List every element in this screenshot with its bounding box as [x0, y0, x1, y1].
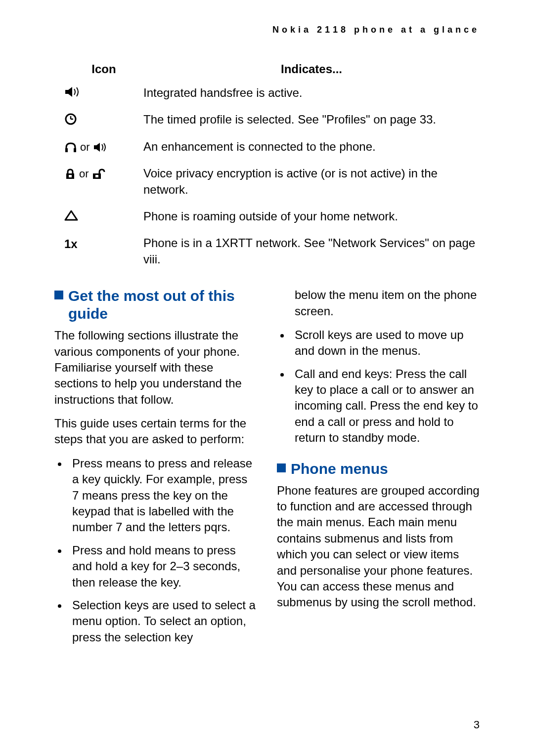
clock-icon [64, 112, 143, 126]
svg-rect-1 [65, 148, 68, 152]
col-header-indicates: Indicates... [143, 62, 480, 76]
list-item: Call and end keys: Press the call key to… [291, 366, 480, 446]
paragraph: Phone features are grouped according to … [277, 483, 480, 611]
paragraph-continuation: below the menu item on the phone screen. [295, 287, 480, 319]
or-word: or [80, 140, 90, 155]
bullet-list: Scroll keys are used to move up and down… [277, 327, 480, 446]
page-number: 3 [474, 718, 480, 731]
table-row: 1x Phone is in a 1XRTT network. See "Net… [64, 235, 480, 267]
headset-or-speaker-icon: or [64, 139, 143, 155]
list-item: Scroll keys are used to move up and down… [291, 327, 480, 359]
table-row: or Voice privacy encryption is active (o… [64, 166, 480, 198]
cell-text: Phone is in a 1XRTT network. See "Networ… [143, 235, 480, 267]
lock-closed-or-open-icon: or [64, 166, 143, 181]
left-column: Get the most out of this guide The follo… [54, 287, 257, 652]
section-heading-guide: Get the most out of this guide [54, 287, 257, 323]
or-word: or [79, 167, 89, 181]
square-bullet-icon [54, 291, 63, 299]
icon-table: Icon Indicates... Integrated handsfree i… [64, 62, 480, 267]
table-row: Phone is roaming outside of your home ne… [64, 209, 480, 224]
svg-rect-4 [69, 175, 72, 177]
col-header-icon: Icon [64, 62, 143, 76]
heading-text: Get the most out of this guide [68, 288, 235, 322]
svg-rect-2 [74, 148, 76, 152]
running-header: Nokia 2118 phone at a glance [54, 25, 480, 35]
heading-text: Phone menus [291, 461, 388, 477]
list-item: Selection keys are used to select a menu… [68, 597, 257, 645]
svg-rect-6 [95, 175, 98, 177]
table-row: or An enhancement is connected to the ph… [64, 139, 480, 155]
speaker-icon [64, 85, 143, 98]
paragraph: This guide uses certain terms for the st… [54, 416, 257, 448]
paragraph: The following sections illustrate the va… [54, 328, 257, 408]
manual-page: Nokia 2118 phone at a glance Icon Indica… [0, 0, 534, 756]
list-item: Press and hold means to press and hold a… [68, 543, 257, 590]
cell-text: Integrated handsfree is active. [143, 85, 480, 101]
roaming-triangle-icon [64, 209, 143, 221]
two-column-body: Get the most out of this guide The follo… [54, 287, 480, 652]
cell-text: Phone is roaming outside of your home ne… [143, 209, 480, 224]
list-item: Press means to press and release a key q… [68, 456, 257, 536]
cell-text: The timed profile is selected. See "Prof… [143, 112, 480, 127]
cell-text: An enhancement is connected to the phone… [143, 139, 480, 155]
table-row: Integrated handsfree is active. [64, 85, 480, 101]
one-x-icon: 1x [64, 235, 143, 252]
cell-text: Voice privacy encryption is active (or i… [143, 166, 480, 198]
table-header-row: Icon Indicates... [64, 62, 480, 76]
bullet-list: Press means to press and release a key q… [54, 456, 257, 645]
table-row: The timed profile is selected. See "Prof… [64, 112, 480, 127]
right-column: below the menu item on the phone screen.… [277, 287, 480, 652]
square-bullet-icon [277, 463, 286, 472]
section-heading-menus: Phone menus [277, 460, 480, 478]
